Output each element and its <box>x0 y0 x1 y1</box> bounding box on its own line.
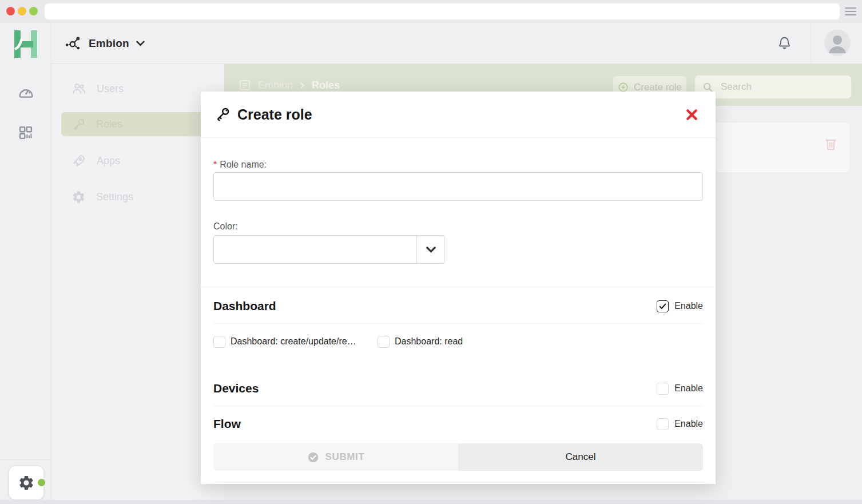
browser-chrome <box>0 0 862 23</box>
section-divider <box>213 323 703 324</box>
search-placeholder: Search <box>721 81 752 93</box>
color-label: Color: <box>213 221 703 232</box>
close-icon[interactable] <box>685 108 698 121</box>
create-role-modal: Create role *Role name: Color: Dashboard <box>201 92 716 484</box>
sidebar-item-settings[interactable]: Settings <box>61 185 216 209</box>
key-icon <box>214 106 231 122</box>
section-devices: Devices Enable <box>213 380 703 406</box>
section-flow: Flow Enable <box>213 415 703 432</box>
sidebar-item-roles[interactable]: Roles <box>61 112 216 136</box>
user-avatar[interactable] <box>824 30 851 56</box>
org-switcher[interactable]: Embion <box>65 23 145 64</box>
network-icon <box>65 35 82 52</box>
trash-icon[interactable] <box>823 136 839 152</box>
module-sidebar: Users Roles Apps Settings <box>51 64 224 504</box>
window-zoom-button[interactable] <box>29 7 38 15</box>
gear-icon <box>18 474 35 491</box>
gear-icon <box>71 190 86 204</box>
browser-menu-icon[interactable] <box>845 7 856 15</box>
breadcrumb-current: Roles <box>312 80 340 92</box>
dashboard-icon[interactable] <box>18 84 34 100</box>
section-divider <box>213 406 703 406</box>
role-name-label: *Role name: <box>213 160 703 170</box>
enable-checkbox-dashboard[interactable] <box>657 300 669 312</box>
modal-body: *Role name: Color: Dashboard Enable <box>201 138 716 433</box>
sidebar-item-label: Settings <box>96 191 133 203</box>
permission-label: Dashboard: read <box>395 336 463 347</box>
left-rail <box>0 23 51 504</box>
submit-label: SUBMIT <box>325 451 365 463</box>
app-logo[interactable] <box>13 30 39 58</box>
enable-label: Enable <box>674 419 703 429</box>
sidebar-item-label: Users <box>97 83 124 95</box>
chevron-down-icon <box>416 236 444 263</box>
enable-checkbox-devices[interactable] <box>657 383 669 395</box>
enable-checkbox-flow[interactable] <box>657 418 669 430</box>
check-circle-icon <box>307 451 319 463</box>
app-header: Embion <box>51 23 862 64</box>
users-icon <box>71 81 86 96</box>
enable-label: Enable <box>674 301 703 311</box>
breadcrumb-separator-icon <box>299 82 305 89</box>
sidebar-item-apps[interactable]: Apps <box>61 149 216 173</box>
rocket-icon <box>71 153 86 168</box>
section-title: Flow <box>213 417 241 431</box>
section-dashboard: Dashboard Enable Dashboard: create/updat… <box>213 297 703 350</box>
window-minimize-button[interactable] <box>18 7 26 15</box>
submit-button[interactable]: SUBMIT <box>213 443 458 471</box>
modal-footer: SUBMIT Cancel <box>201 433 716 484</box>
status-dot <box>38 479 45 486</box>
rail-divider <box>0 459 50 460</box>
url-bar[interactable] <box>45 3 840 19</box>
role-name-input[interactable] <box>213 172 703 201</box>
permission-checkbox-dashboard-read[interactable] <box>378 336 390 348</box>
notifications-bell-icon[interactable] <box>777 35 792 51</box>
chevron-down-icon <box>136 41 145 46</box>
apps-grid-icon[interactable] <box>18 125 34 141</box>
color-select-value <box>214 236 416 263</box>
list-icon <box>238 78 252 92</box>
enable-label: Enable <box>674 383 703 394</box>
required-marker: * <box>213 160 217 169</box>
breadcrumb-root[interactable]: Embion <box>258 80 293 92</box>
section-title: Dashboard <box>213 299 276 313</box>
breadcrumb: Embion Roles <box>238 78 340 92</box>
search-input[interactable]: Search <box>694 75 852 99</box>
cancel-label: Cancel <box>566 451 596 463</box>
color-select[interactable] <box>213 235 445 264</box>
header-divider <box>811 23 811 64</box>
section-title: Devices <box>213 382 259 395</box>
key-icon <box>71 117 86 132</box>
window-close-button[interactable] <box>6 7 15 15</box>
form-sections-divider <box>201 287 716 287</box>
sidebar-item-label: Apps <box>97 155 120 167</box>
sidebar-item-label: Roles <box>96 118 122 130</box>
modal-header: Create role <box>201 92 716 138</box>
sidebar-item-users[interactable]: Users <box>61 77 216 101</box>
org-name: Embion <box>89 37 129 50</box>
permission-checkbox-dashboard-crud[interactable] <box>213 336 225 348</box>
modal-title: Create role <box>237 106 312 123</box>
cancel-button[interactable]: Cancel <box>458 443 703 471</box>
window-bottom-edge <box>0 500 862 504</box>
permission-label: Dashboard: create/update/re… <box>231 336 356 347</box>
